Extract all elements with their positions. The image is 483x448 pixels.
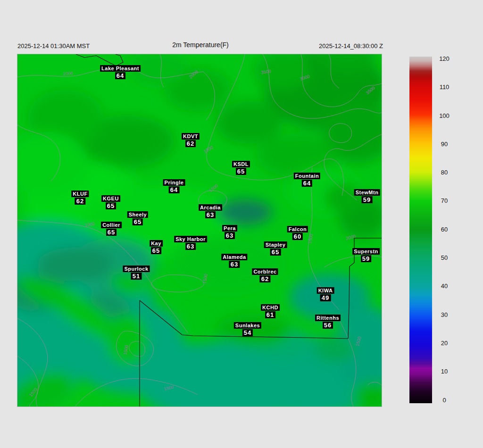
- station: Superstn59: [352, 248, 380, 262]
- station-name-label: Kay: [150, 240, 163, 247]
- colorbar-tick-label: 60: [434, 226, 455, 233]
- station: KDVT62: [182, 133, 200, 147]
- station-name-label: Fountain: [294, 173, 320, 179]
- colorbar-tick-label: 70: [434, 197, 455, 205]
- station: KGEU65: [101, 195, 120, 209]
- station-name-label: KCHD: [261, 304, 280, 311]
- colorbar-tick-label: 20: [434, 340, 455, 347]
- station: Sky Harbor63: [174, 236, 207, 250]
- station-temp-value: 65: [151, 247, 161, 254]
- station: Alameda63: [221, 254, 247, 268]
- colorbar-tick-label: 40: [434, 282, 455, 290]
- station-temp-value: 56: [323, 322, 333, 329]
- station: Sunlakes54: [234, 322, 261, 336]
- station: Collier65: [101, 222, 122, 236]
- station-name-label: Alameda: [221, 254, 247, 260]
- station-name-label: KIWA: [317, 287, 334, 294]
- station-temp-value: 64: [302, 180, 312, 187]
- station: KCHD61: [261, 304, 280, 318]
- station-name-label: KGEU: [101, 195, 120, 202]
- station-name-label: KSDL: [232, 161, 250, 167]
- station-temp-value: 63: [229, 261, 240, 268]
- station-temp-value: 62: [185, 140, 196, 147]
- colorbar-tick-label: 10: [434, 368, 455, 375]
- timestamp-utc: 2025-12-14_08:30:00 Z: [264, 42, 383, 50]
- station-temp-value: 61: [265, 311, 275, 318]
- station-temp-value: 65: [106, 229, 117, 236]
- station: Rittenhs56: [315, 315, 341, 329]
- station-temp-value: 62: [260, 275, 270, 282]
- station: StewMtn59: [354, 189, 380, 203]
- colorbar-tick-label: 30: [434, 311, 455, 319]
- station-name-label: Spurlock: [123, 265, 150, 272]
- station-name-label: Corblrec: [252, 268, 278, 275]
- station: Kay65: [150, 240, 163, 254]
- station: Lake Pleasant64: [100, 65, 141, 79]
- station-temp-value: 60: [292, 233, 303, 240]
- colorbar-gradient: [409, 57, 432, 403]
- station-name-label: Falcon: [287, 226, 308, 232]
- station: Fountain64: [294, 173, 320, 187]
- station-temp-value: 65: [106, 202, 116, 209]
- station-temp-value: 51: [131, 273, 142, 280]
- station-name-label: Superstn: [352, 248, 380, 255]
- station: Pera63: [222, 225, 237, 239]
- colorbar-tick-label: 120: [434, 55, 455, 63]
- station: Corblrec62: [252, 268, 278, 282]
- colorbar-tick-label: 80: [434, 169, 455, 176]
- station: Falcon60: [287, 226, 308, 240]
- colorbar-tick-label: 0: [434, 397, 455, 404]
- station-name-label: Rittenhs: [315, 315, 341, 321]
- colorbar-tick-label: 100: [434, 112, 455, 120]
- station-name-label: Sunlakes: [234, 322, 261, 329]
- station-name-label: Pringle: [163, 179, 185, 186]
- station-temp-value: 65: [133, 218, 143, 225]
- station-name-label: KLUF: [71, 191, 89, 197]
- station: KSDL65: [232, 161, 250, 175]
- station-name-label: StewMtn: [354, 189, 380, 196]
- station-name-label: Sheely: [127, 211, 148, 218]
- station-temp-value: 62: [75, 198, 85, 205]
- station: Stapley65: [264, 241, 287, 256]
- stations-layer: Lake Pleasant64KDVT62KSDL65Fountain64Pri…: [17, 54, 382, 407]
- station-name-label: Pera: [222, 225, 237, 232]
- station-temp-value: 63: [205, 211, 216, 218]
- station-temp-value: 54: [242, 329, 253, 336]
- station: KIWA49: [317, 287, 334, 301]
- station-temp-value: 65: [236, 168, 246, 175]
- station-name-label: KDVT: [182, 133, 200, 140]
- station-temp-value: 59: [362, 196, 372, 203]
- station: Arcadia63: [199, 204, 222, 218]
- station-name-label: Arcadia: [199, 204, 222, 211]
- colorbar-tick-label: 90: [434, 141, 455, 148]
- station-name-label: Collier: [101, 222, 122, 228]
- station: KLUF62: [71, 191, 89, 205]
- station-temp-value: 65: [270, 249, 281, 256]
- weather-map-page: { "header": { "left_timestamp": "2025-12…: [0, 0, 483, 448]
- station-temp-value: 59: [361, 255, 371, 262]
- station-temp-value: 49: [320, 294, 331, 301]
- colorbar-tick-label: 110: [434, 83, 455, 91]
- colorbar-tick-label: 50: [434, 254, 455, 262]
- station-name-label: Lake Pleasant: [100, 65, 141, 72]
- station-temp-value: 63: [225, 232, 235, 239]
- station-name-label: Sky Harbor: [174, 236, 207, 242]
- station: Sheely65: [127, 211, 148, 225]
- station-temp-value: 64: [115, 72, 125, 79]
- station: Pringle64: [163, 179, 185, 193]
- station-name-label: Stapley: [264, 241, 287, 248]
- station: Spurlock51: [123, 265, 150, 280]
- station-temp-value: 64: [169, 186, 179, 193]
- station-temp-value: 63: [185, 243, 196, 250]
